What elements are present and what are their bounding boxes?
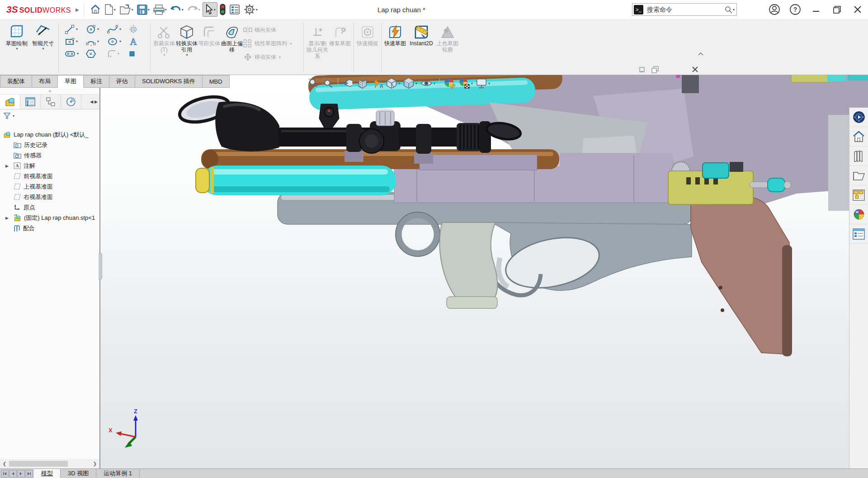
circle-tool[interactable]: ▾ <box>83 24 104 34</box>
apply-scene-button[interactable]: ▾ <box>458 77 473 89</box>
propertymanager-tab[interactable] <box>20 95 41 109</box>
displaymanager-tab[interactable] <box>61 95 81 109</box>
repair-sketch-button[interactable]: 修复草图 <box>329 20 351 75</box>
search-icon[interactable] <box>725 6 732 14</box>
ellipse-tool[interactable]: ▾ <box>104 37 126 46</box>
tree-horizontal-scrollbar[interactable]: ❮ ❯ <box>0 459 100 469</box>
configurationmanager-tab[interactable] <box>41 95 61 109</box>
convert-entities-button[interactable]: 转换实体引用 ▾ <box>175 20 198 75</box>
tab-sketch[interactable]: 草图 <box>58 75 84 88</box>
stoplight-button[interactable] <box>218 2 227 17</box>
file-explorer-button[interactable] <box>849 166 868 185</box>
tab-motion-study[interactable]: 运动算例 1 <box>96 469 140 478</box>
mirror-sketch-tool[interactable] <box>126 24 147 34</box>
text-tool[interactable]: A <box>126 37 147 47</box>
view-palette-button[interactable] <box>849 185 868 205</box>
edit-appearance-button[interactable] <box>444 77 456 89</box>
offset-entities-button[interactable]: 等距实体 <box>198 20 221 75</box>
open-document-button[interactable]: ▾ <box>118 2 135 17</box>
line-tool[interactable]: ▾ <box>62 24 83 34</box>
zoom-to-area-button[interactable] <box>322 77 334 89</box>
offset-on-surface-button[interactable]: 曲面上偏移 <box>221 20 243 75</box>
mirror-entities-button[interactable]: 镜向实体 <box>243 25 301 35</box>
view-settings-button[interactable]: ▾ <box>476 77 490 89</box>
panel-splitter-handle[interactable] <box>99 253 102 279</box>
point-tool[interactable] <box>126 50 147 57</box>
tree-item-history[interactable]: 历史记录 <box>0 140 99 150</box>
ribbon-collapse-icon[interactable] <box>698 52 703 56</box>
tab-layout[interactable]: 布局 <box>32 75 58 88</box>
document-close-control[interactable] <box>692 66 698 73</box>
fillet-tool[interactable]: ▾ <box>104 49 126 58</box>
tree-item-top-plane[interactable]: 上视基准面 <box>0 181 99 192</box>
spline-tool[interactable]: ▾ <box>104 24 126 34</box>
rifle-buttstock[interactable] <box>691 194 792 356</box>
first-tab-button[interactable] <box>1 470 9 478</box>
shaded-sketch-contours-button[interactable]: 上色草图轮廓 <box>436 20 459 75</box>
section-view-button[interactable] <box>357 77 368 89</box>
tab-evaluate[interactable]: 评估 <box>109 75 135 88</box>
tree-item-component[interactable]: ▶ (固定) Lap rap chuan.stp<1 <box>0 213 99 223</box>
home-button[interactable] <box>89 2 102 17</box>
quick-snaps-button[interactable]: 快速捕捉 <box>356 20 379 75</box>
options-button[interactable]: ▾ <box>242 2 259 17</box>
logo-flyout-icon[interactable]: ▶ <box>75 7 79 12</box>
display-style-button[interactable]: ▾ <box>403 77 417 89</box>
tab-assembly[interactable]: 装配体 <box>0 75 32 88</box>
select-tool-dropdown[interactable]: ▾ <box>214 8 216 12</box>
move-entities-button[interactable]: 移动实体 ▾ <box>243 52 301 62</box>
appearances-scenes-button[interactable] <box>849 205 868 224</box>
hide-show-items-button[interactable]: ▾ <box>420 77 435 89</box>
polygon-tool[interactable] <box>83 49 104 59</box>
restore-button[interactable] <box>826 0 847 19</box>
tab-model[interactable]: 模型 <box>34 469 61 478</box>
graphics-viewport[interactable]: Z X A <box>100 75 868 469</box>
design-library-button[interactable] <box>849 147 868 166</box>
search-input[interactable] <box>646 5 725 14</box>
tab-mbd[interactable]: MBD <box>203 75 230 88</box>
help-button[interactable]: ? <box>785 0 806 19</box>
3dexperience-button[interactable] <box>849 108 868 127</box>
tree-item-front-plane[interactable]: 前视基准面 <box>0 171 99 181</box>
filter-funnel-icon[interactable] <box>3 112 11 120</box>
tree-item-right-plane[interactable]: 右视基准面 <box>0 192 99 202</box>
air-cylinder[interactable] <box>196 166 396 195</box>
smart-dimension-button[interactable]: 智能尺寸 ▾ <box>30 20 56 75</box>
scroll-left-icon[interactable]: ❮ <box>1 461 8 466</box>
rapid-sketch-button[interactable]: 快速草图 <box>384 20 406 75</box>
doc-minimize-icon[interactable] <box>638 66 646 73</box>
panel-tab-scroll[interactable]: ◀▶ <box>81 95 99 109</box>
previous-view-button[interactable] <box>342 77 354 89</box>
rectangle-tool[interactable]: ▾ <box>62 37 83 46</box>
last-tab-button[interactable] <box>25 470 33 478</box>
arc-tool[interactable]: ▾ <box>83 37 104 46</box>
tab-annotations[interactable]: 标注 <box>84 75 109 88</box>
tab-solidworks-addins[interactable]: SOLIDWORKS 插件 <box>135 75 203 88</box>
previous-tab-button[interactable] <box>9 470 17 478</box>
tree-item-sensors[interactable]: 传感器 <box>0 150 99 161</box>
save-button[interactable]: ▾ <box>136 2 151 17</box>
tree-item-origin[interactable]: 原点 <box>0 202 99 213</box>
rifle-chassis[interactable] <box>278 193 693 308</box>
trim-entities-button[interactable]: 剪裁实体(T) ▾ <box>153 20 175 75</box>
account-button[interactable] <box>764 0 785 19</box>
next-tab-button[interactable] <box>17 470 25 478</box>
featuremanager-tab[interactable] <box>0 95 20 109</box>
display-delete-relations-button[interactable]: 显示/删除几何关系 <box>306 20 329 75</box>
print-button[interactable]: ▾ <box>152 2 168 17</box>
instant2d-button[interactable]: Instant2D <box>406 20 436 75</box>
linear-sketch-pattern-button[interactable]: 线性草图阵列 ▾ <box>243 38 301 48</box>
new-document-button[interactable]: ▾ <box>103 2 117 17</box>
close-button[interactable] <box>847 0 868 19</box>
expand-arrow-icon[interactable]: ▶ <box>5 216 9 220</box>
expand-arrow-icon[interactable]: ▶ <box>5 164 9 168</box>
annotation-visibility-button[interactable]: A <box>371 77 383 89</box>
sketch-button[interactable]: 草图绘制 ▾ <box>4 20 30 75</box>
doc-restore-icon[interactable] <box>651 66 659 73</box>
taskpane-home-button[interactable] <box>849 127 868 147</box>
zoom-to-fit-button[interactable] <box>307 77 319 89</box>
search-dropdown[interactable]: ▾ <box>733 8 735 12</box>
slot-tool[interactable]: ▾ <box>62 50 83 57</box>
scrollbar-thumb[interactable] <box>9 461 68 467</box>
select-tool-button[interactable]: ▾ <box>203 2 217 17</box>
